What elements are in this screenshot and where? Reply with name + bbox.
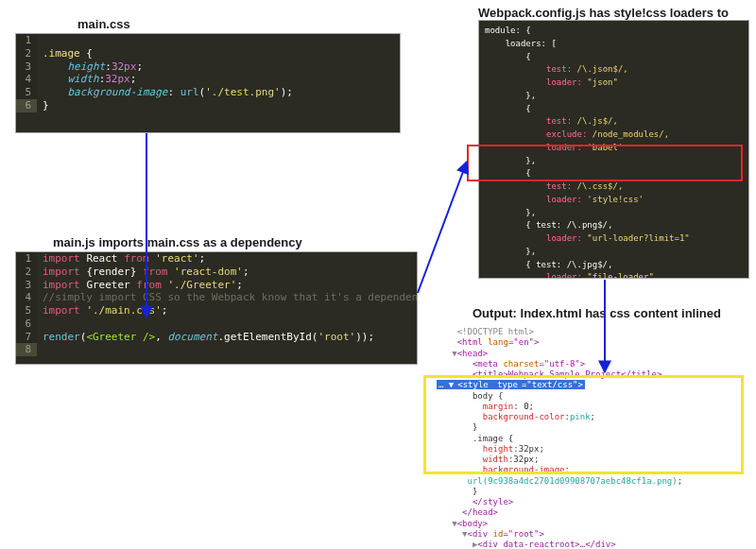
- code-line: width:32px;: [437, 455, 730, 465]
- code-line: background-color:pink;: [437, 412, 730, 422]
- code-line: 2.image {: [16, 47, 400, 60]
- code-line: {: [485, 103, 743, 116]
- editor-webpack-config: module: { loaders: [ { test: /\.json$/, …: [478, 20, 749, 279]
- code-line: }: [437, 422, 730, 433]
- code-line: 6}: [16, 99, 400, 112]
- caption-main-js: main.js imports main.css as a dependency: [53, 235, 302, 249]
- code-line: test: /\.js$/,: [485, 115, 743, 129]
- code-line: 4//simply import CSS so the Webpack know…: [16, 291, 417, 304]
- code-line: 5 background-image: url('./test.png');: [16, 86, 400, 99]
- code-line: <meta charset="utf-8">: [437, 359, 730, 369]
- code-line: 3 height:32px;: [16, 60, 400, 74]
- code-line: loader: "url-loader?limit=1": [485, 232, 743, 246]
- code-line: module: {: [485, 25, 743, 38]
- code-line: ▼<head>: [437, 349, 730, 359]
- code-line: url(9c938a4dc2701d09908707aebc48cf1a.png…: [437, 476, 730, 487]
- code-line: height:32px;: [437, 444, 730, 455]
- code-line: test: /\.json$/,: [485, 63, 743, 77]
- code-line: },: [485, 90, 743, 103]
- caption-main-css: main.css: [77, 17, 130, 31]
- code-line: { test: /\.jpg$/,: [485, 259, 743, 272]
- code-line: loader: 'babel': [485, 142, 743, 155]
- code-line: .image {: [437, 434, 730, 444]
- code-line: ▼<div id="root">: [437, 529, 730, 540]
- editor-main-css: 1 2.image { 3 height:32px; 4 width:32px;…: [15, 33, 401, 133]
- code-line: 1: [16, 34, 400, 47]
- code-line: loader: "file-loader": [485, 271, 743, 279]
- code-line: 3import Greeter from './Greeter';: [16, 279, 417, 292]
- code-line: }: [437, 487, 730, 497]
- code-line: margin: 0;: [437, 402, 730, 412]
- code-line: </head>: [437, 507, 730, 518]
- code-line: exclude: /node_modules/,: [485, 129, 743, 142]
- code-line: {: [485, 167, 743, 180]
- code-line: {: [485, 51, 743, 64]
- code-line: background-image:: [437, 465, 730, 475]
- code-line: </style>: [437, 497, 730, 507]
- code-line: <html lang="en">: [437, 337, 730, 348]
- code-line: loaders: [: [485, 38, 743, 51]
- code-line: 8: [16, 343, 417, 356]
- code-line: test: /\.css$/,: [485, 180, 743, 194]
- panel-output-html: <!DOCTYPE html> <html lang="en"> ▼<head>…: [431, 323, 736, 542]
- code-line: body {: [437, 391, 730, 402]
- code-line: … ▼<style type="text/css">: [437, 380, 730, 390]
- code-line: 1import React from 'react';: [16, 252, 417, 266]
- arrow-js-to-webpack: [418, 162, 467, 293]
- code-line: <!DOCTYPE html>: [437, 327, 730, 337]
- code-line: },: [485, 207, 743, 220]
- code-line: 6: [16, 317, 417, 331]
- code-line: { test: /\.png$/,: [485, 219, 743, 232]
- code-line: loader: "json": [485, 77, 743, 90]
- caption-output: Output: Index.html has css content inlin…: [472, 306, 721, 320]
- code-line: 4 width:32px;: [16, 73, 400, 86]
- code-line: },: [485, 155, 743, 168]
- code-line: 2import {render} from 'react-dom';: [16, 266, 417, 279]
- code-line: },: [485, 246, 743, 259]
- code-line: <title>Webpack Sample Project</title>: [437, 369, 730, 380]
- code-line: loader: 'style!css': [485, 194, 743, 207]
- code-line: 7render(<Greeter />, document.getElement…: [16, 331, 417, 344]
- code-line: 5import './main.css';: [16, 304, 417, 317]
- editor-main-js: 1import React from 'react'; 2import {ren…: [15, 251, 418, 365]
- code-line: ▼<body>: [437, 519, 730, 529]
- code-line: ▶<div data-reactroot>…</div>: [437, 540, 730, 549]
